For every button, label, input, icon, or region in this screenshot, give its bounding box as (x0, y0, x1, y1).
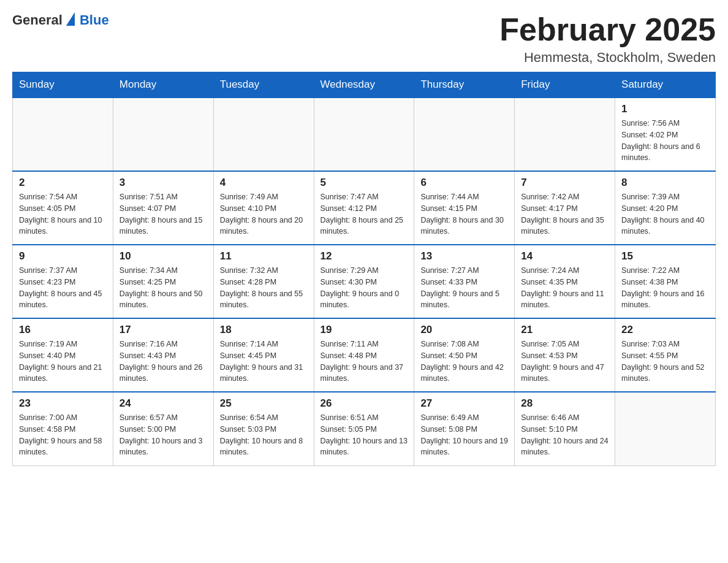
day-number: 17 (119, 324, 207, 336)
calendar-week-row-4: 23Sunrise: 7:00 AMSunset: 4:58 PMDayligh… (13, 392, 716, 465)
day-info: Sunrise: 7:19 AMSunset: 4:40 PMDaylight:… (19, 339, 107, 385)
logo-general: General (12, 12, 63, 28)
calendar-cell-week4-day0: 23Sunrise: 7:00 AMSunset: 4:58 PMDayligh… (13, 392, 113, 465)
day-info: Sunrise: 7:54 AMSunset: 4:05 PMDaylight:… (19, 191, 107, 237)
calendar-cell-week3-day6: 22Sunrise: 7:03 AMSunset: 4:55 PMDayligh… (615, 318, 716, 392)
day-number: 21 (521, 324, 609, 336)
day-info: Sunrise: 7:39 AMSunset: 4:20 PMDaylight:… (621, 191, 709, 237)
day-info: Sunrise: 7:44 AMSunset: 4:15 PMDaylight:… (420, 191, 508, 237)
calendar-cell-week4-day3: 26Sunrise: 6:51 AMSunset: 5:05 PMDayligh… (314, 392, 414, 465)
calendar-cell-week3-day2: 18Sunrise: 7:14 AMSunset: 4:45 PMDayligh… (213, 318, 314, 392)
day-number: 5 (320, 177, 408, 189)
day-number: 3 (119, 177, 207, 189)
calendar-cell-week0-day4 (414, 98, 515, 171)
day-number: 6 (420, 177, 508, 189)
day-info: Sunrise: 7:03 AMSunset: 4:55 PMDaylight:… (621, 339, 709, 385)
calendar-header-wednesday: Wednesday (314, 72, 414, 98)
calendar-cell-week0-day3 (314, 98, 414, 171)
calendar-cell-week1-day5: 7Sunrise: 7:42 AMSunset: 4:17 PMDaylight… (515, 171, 615, 245)
calendar-cell-week0-day2 (213, 98, 314, 171)
day-number: 15 (621, 250, 709, 262)
day-number: 25 (220, 397, 308, 410)
calendar-cell-week3-day0: 16Sunrise: 7:19 AMSunset: 4:40 PMDayligh… (13, 318, 113, 392)
day-number: 19 (320, 324, 408, 336)
day-number: 27 (420, 397, 508, 410)
day-number: 4 (220, 177, 308, 189)
calendar-cell-week3-day5: 21Sunrise: 7:05 AMSunset: 4:53 PMDayligh… (515, 318, 615, 392)
calendar-header-friday: Friday (515, 72, 615, 98)
day-number: 2 (19, 177, 107, 189)
calendar-cell-week0-day0 (13, 98, 113, 171)
day-info: Sunrise: 7:16 AMSunset: 4:43 PMDaylight:… (119, 339, 207, 385)
calendar-cell-week0-day1 (113, 98, 213, 171)
day-number: 18 (220, 324, 308, 336)
day-info: Sunrise: 6:46 AMSunset: 5:10 PMDaylight:… (521, 412, 609, 458)
day-info: Sunrise: 7:37 AMSunset: 4:23 PMDaylight:… (19, 265, 107, 311)
page-header: General Blue February 2025 Hemmesta, Sto… (12, 12, 716, 66)
logo: General Blue (12, 12, 109, 28)
calendar-cell-week2-day6: 15Sunrise: 7:22 AMSunset: 4:38 PMDayligh… (615, 245, 716, 318)
day-number: 11 (220, 250, 308, 262)
calendar-cell-week4-day5: 28Sunrise: 6:46 AMSunset: 5:10 PMDayligh… (515, 392, 615, 465)
day-number: 22 (621, 324, 709, 336)
day-info: Sunrise: 7:24 AMSunset: 4:35 PMDaylight:… (521, 265, 609, 311)
day-info: Sunrise: 7:56 AMSunset: 4:02 PMDaylight:… (621, 118, 709, 164)
day-info: Sunrise: 7:34 AMSunset: 4:25 PMDaylight:… (119, 265, 207, 311)
calendar-cell-week1-day1: 3Sunrise: 7:51 AMSunset: 4:07 PMDaylight… (113, 171, 213, 245)
calendar-cell-week3-day1: 17Sunrise: 7:16 AMSunset: 4:43 PMDayligh… (113, 318, 213, 392)
calendar-table: SundayMondayTuesdayWednesdayThursdayFrid… (12, 72, 716, 466)
day-info: Sunrise: 7:47 AMSunset: 4:12 PMDaylight:… (320, 191, 408, 237)
day-number: 9 (19, 250, 107, 262)
day-info: Sunrise: 6:54 AMSunset: 5:03 PMDaylight:… (220, 412, 308, 458)
day-number: 14 (521, 250, 609, 262)
day-info: Sunrise: 6:51 AMSunset: 5:05 PMDaylight:… (320, 412, 408, 458)
month-title: February 2025 (499, 12, 716, 47)
calendar-cell-week4-day2: 25Sunrise: 6:54 AMSunset: 5:03 PMDayligh… (213, 392, 314, 465)
logo-triangle-icon (66, 12, 75, 26)
calendar-cell-week1-day3: 5Sunrise: 7:47 AMSunset: 4:12 PMDaylight… (314, 171, 414, 245)
calendar-week-row-1: 2Sunrise: 7:54 AMSunset: 4:05 PMDaylight… (13, 171, 716, 245)
logo-blue: Blue (80, 12, 109, 28)
calendar-cell-week1-day2: 4Sunrise: 7:49 AMSunset: 4:10 PMDaylight… (213, 171, 314, 245)
day-number: 26 (320, 397, 408, 410)
calendar-header-thursday: Thursday (414, 72, 515, 98)
calendar-cell-week4-day4: 27Sunrise: 6:49 AMSunset: 5:08 PMDayligh… (414, 392, 515, 465)
calendar-cell-week2-day4: 13Sunrise: 7:27 AMSunset: 4:33 PMDayligh… (414, 245, 515, 318)
location-title: Hemmesta, Stockholm, Sweden (499, 50, 716, 66)
day-info: Sunrise: 7:32 AMSunset: 4:28 PMDaylight:… (220, 265, 308, 311)
day-info: Sunrise: 7:51 AMSunset: 4:07 PMDaylight:… (119, 191, 207, 237)
day-info: Sunrise: 6:49 AMSunset: 5:08 PMDaylight:… (420, 412, 508, 458)
calendar-cell-week3-day3: 19Sunrise: 7:11 AMSunset: 4:48 PMDayligh… (314, 318, 414, 392)
day-number: 23 (19, 397, 107, 410)
calendar-cell-week0-day6: 1Sunrise: 7:56 AMSunset: 4:02 PMDaylight… (615, 98, 716, 171)
calendar-header-monday: Monday (113, 72, 213, 98)
calendar-cell-week2-day1: 10Sunrise: 7:34 AMSunset: 4:25 PMDayligh… (113, 245, 213, 318)
calendar-cell-week1-day4: 6Sunrise: 7:44 AMSunset: 4:15 PMDaylight… (414, 171, 515, 245)
day-info: Sunrise: 7:08 AMSunset: 4:50 PMDaylight:… (420, 339, 508, 385)
day-number: 16 (19, 324, 107, 336)
day-number: 7 (521, 177, 609, 189)
calendar-header-tuesday: Tuesday (213, 72, 314, 98)
calendar-header-row: SundayMondayTuesdayWednesdayThursdayFrid… (13, 72, 716, 98)
calendar-cell-week3-day4: 20Sunrise: 7:08 AMSunset: 4:50 PMDayligh… (414, 318, 515, 392)
day-number: 20 (420, 324, 508, 336)
calendar-week-row-3: 16Sunrise: 7:19 AMSunset: 4:40 PMDayligh… (13, 318, 716, 392)
calendar-cell-week2-day3: 12Sunrise: 7:29 AMSunset: 4:30 PMDayligh… (314, 245, 414, 318)
day-info: Sunrise: 6:57 AMSunset: 5:00 PMDaylight:… (119, 412, 207, 458)
day-info: Sunrise: 7:42 AMSunset: 4:17 PMDaylight:… (521, 191, 609, 237)
day-number: 8 (621, 177, 709, 189)
calendar-cell-week4-day1: 24Sunrise: 6:57 AMSunset: 5:00 PMDayligh… (113, 392, 213, 465)
day-number: 24 (119, 397, 207, 410)
calendar-header-sunday: Sunday (13, 72, 113, 98)
day-info: Sunrise: 7:00 AMSunset: 4:58 PMDaylight:… (19, 412, 107, 458)
day-info: Sunrise: 7:27 AMSunset: 4:33 PMDaylight:… (420, 265, 508, 311)
day-info: Sunrise: 7:49 AMSunset: 4:10 PMDaylight:… (220, 191, 308, 237)
day-info: Sunrise: 7:22 AMSunset: 4:38 PMDaylight:… (621, 265, 709, 311)
day-number: 10 (119, 250, 207, 262)
calendar-header-saturday: Saturday (615, 72, 716, 98)
day-number: 13 (420, 250, 508, 262)
day-info: Sunrise: 7:11 AMSunset: 4:48 PMDaylight:… (320, 339, 408, 385)
day-info: Sunrise: 7:14 AMSunset: 4:45 PMDaylight:… (220, 339, 308, 385)
day-number: 1 (621, 103, 709, 115)
day-number: 28 (521, 397, 609, 410)
